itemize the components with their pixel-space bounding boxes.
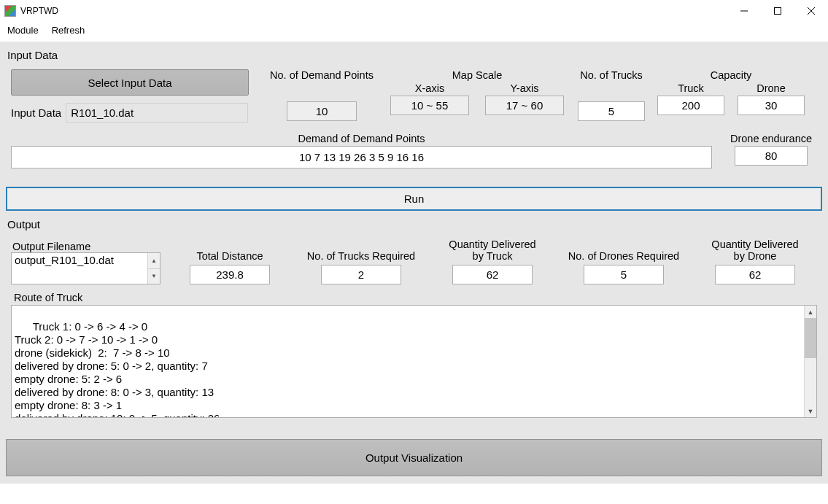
window-title: VRPTWD: [20, 6, 58, 16]
qty-truck-label: Quantity Delivered by Truck: [449, 239, 535, 262]
x-axis-label: X-axis: [415, 82, 444, 94]
capacity-label: Capacity: [711, 69, 751, 81]
drone-endurance-label: Drone endurance: [730, 133, 812, 144]
demand-field[interactable]: 10 7 13 19 26 3 5 9 16 16: [11, 146, 712, 168]
scroll-thumb[interactable]: [805, 318, 816, 358]
x-axis-field: 10 ~ 55: [390, 96, 469, 115]
num-demand-points-field: 10: [287, 101, 357, 121]
output-panel: Output Filename output_R101_10.dat ▲ ▼ T…: [6, 233, 822, 426]
minimize-button[interactable]: [727, 0, 761, 22]
drones-required-field: 5: [584, 265, 664, 284]
drone-endurance-field[interactable]: 80: [735, 146, 808, 166]
input-data-label: Input Data: [11, 106, 61, 119]
output-filename-label: Output Filename: [12, 241, 90, 252]
close-button[interactable]: [794, 0, 828, 22]
run-button[interactable]: Run: [6, 187, 822, 211]
output-filename-text: output_R101_10.dat: [12, 253, 147, 284]
output-filename-field[interactable]: output_R101_10.dat ▲ ▼: [11, 252, 160, 284]
route-text: Truck 1: 0 -> 6 -> 4 -> 0 Truck 2: 0 -> …: [15, 320, 220, 418]
map-scale-label: Map Scale: [452, 69, 503, 81]
num-trucks-label: No. of Trucks: [580, 69, 642, 85]
input-group-label: Input Data: [7, 49, 821, 61]
scroll-track[interactable]: [805, 358, 816, 405]
demand-label: Demand of Demand Points: [11, 133, 712, 144]
trucks-required-field: 2: [321, 265, 401, 284]
y-axis-field: 17 ~ 60: [485, 96, 564, 115]
spinner-down-icon[interactable]: ▼: [148, 269, 160, 284]
menu-refresh[interactable]: Refresh: [52, 25, 85, 36]
route-of-truck-textarea[interactable]: Truck 1: 0 -> 6 -> 4 -> 0 Truck 2: 0 -> …: [11, 305, 817, 418]
truck-capacity-field[interactable]: 200: [657, 96, 724, 115]
num-demand-points-label: No. of Demand Points: [270, 69, 374, 85]
app-icon: [4, 5, 16, 17]
trucks-required-label: No. of Trucks Required: [307, 250, 415, 262]
output-visualization-button[interactable]: Output Visualization: [6, 439, 822, 476]
menubar: Module Refresh: [0, 22, 828, 42]
spinner-up-icon[interactable]: ▲: [148, 253, 160, 269]
drones-required-label: No. of Drones Required: [568, 250, 679, 262]
drone-capacity-label: Drone: [757, 82, 786, 94]
qty-drone-label: Quantity Delivered by Drone: [711, 239, 798, 262]
menu-module[interactable]: Module: [7, 25, 39, 36]
filename-spinner: ▲ ▼: [147, 253, 160, 284]
titlebar: VRPTWD: [0, 0, 828, 22]
input-data-field: R101_10.dat: [66, 103, 248, 123]
scroll-up-icon[interactable]: ▲: [805, 306, 816, 318]
svg-rect-1: [775, 8, 781, 15]
drone-capacity-field[interactable]: 30: [738, 96, 805, 115]
total-distance-label: Total Distance: [196, 250, 263, 262]
select-input-data-button[interactable]: Select Input Data: [11, 69, 249, 96]
output-group-label: Output: [7, 218, 821, 230]
total-distance-field: 239.8: [190, 265, 270, 284]
scroll-down-icon[interactable]: ▼: [805, 405, 816, 417]
route-scrollbar[interactable]: ▲ ▼: [804, 306, 816, 417]
qty-drone-field: 62: [715, 265, 795, 284]
client-area: Input Data Select Input Data Input Data …: [0, 42, 828, 484]
num-trucks-field[interactable]: 5: [578, 101, 645, 121]
route-of-truck-label: Route of Truck: [14, 292, 817, 303]
maximize-button[interactable]: [761, 0, 794, 22]
input-panel: Select Input Data Input Data R101_10.dat…: [6, 64, 822, 177]
qty-truck-field: 62: [452, 265, 533, 284]
truck-capacity-label: Truck: [678, 82, 704, 94]
y-axis-label: Y-axis: [511, 82, 539, 94]
